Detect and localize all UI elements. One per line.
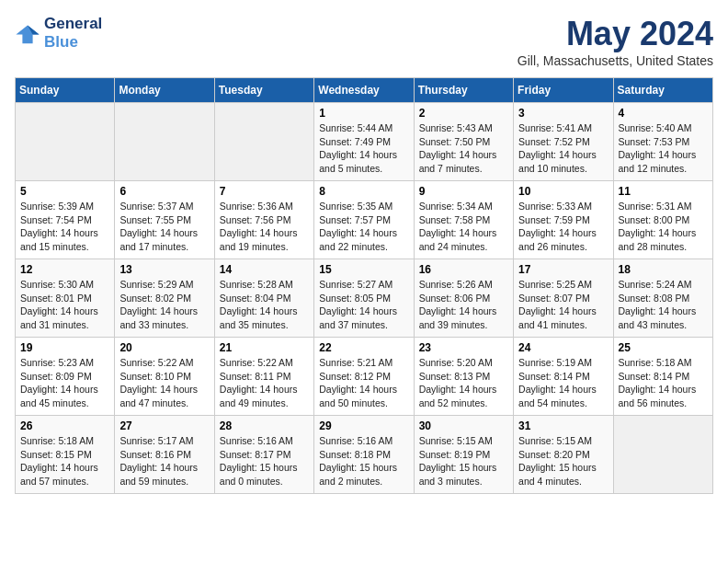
calendar-cell: 16Sunrise: 5:26 AM Sunset: 8:06 PM Dayli… xyxy=(414,259,513,338)
day-info: Sunrise: 5:16 AM Sunset: 8:17 PM Dayligh… xyxy=(220,434,309,488)
calendar-cell: 19Sunrise: 5:23 AM Sunset: 8:09 PM Dayli… xyxy=(16,338,115,416)
day-number: 5 xyxy=(20,185,109,198)
day-info: Sunrise: 5:44 AM Sunset: 7:49 PM Dayligh… xyxy=(319,121,408,176)
calendar-cell: 6Sunrise: 5:37 AM Sunset: 7:55 PM Daylig… xyxy=(115,181,214,259)
calendar-week-row: 12Sunrise: 5:30 AM Sunset: 8:01 PM Dayli… xyxy=(16,259,713,338)
logo-bird-icon xyxy=(15,20,40,46)
calendar-cell: 31Sunrise: 5:15 AM Sunset: 8:20 PM Dayli… xyxy=(514,416,613,494)
day-info: Sunrise: 5:29 AM Sunset: 8:02 PM Dayligh… xyxy=(119,278,209,332)
day-info: Sunrise: 5:25 AM Sunset: 8:07 PM Dayligh… xyxy=(518,278,608,332)
day-number: 31 xyxy=(518,419,608,432)
col-header-wednesday: Wednesday xyxy=(314,78,414,103)
calendar-cell xyxy=(214,103,313,181)
calendar-cell xyxy=(16,103,115,181)
logo-text: General Blue xyxy=(44,15,102,52)
calendar-cell: 11Sunrise: 5:31 AM Sunset: 8:00 PM Dayli… xyxy=(613,181,712,259)
day-number: 18 xyxy=(619,263,708,276)
calendar-cell: 17Sunrise: 5:25 AM Sunset: 8:07 PM Dayli… xyxy=(514,259,613,338)
col-header-sunday: Sunday xyxy=(16,78,115,103)
calendar-cell: 9Sunrise: 5:34 AM Sunset: 7:58 PM Daylig… xyxy=(414,181,513,259)
day-info: Sunrise: 5:16 AM Sunset: 8:18 PM Dayligh… xyxy=(319,434,408,488)
col-header-tuesday: Tuesday xyxy=(214,78,313,103)
calendar-cell: 21Sunrise: 5:22 AM Sunset: 8:11 PM Dayli… xyxy=(214,338,313,416)
calendar-week-row: 26Sunrise: 5:18 AM Sunset: 8:15 PM Dayli… xyxy=(16,416,713,494)
calendar-cell: 18Sunrise: 5:24 AM Sunset: 8:08 PM Dayli… xyxy=(613,259,712,338)
day-info: Sunrise: 5:18 AM Sunset: 8:14 PM Dayligh… xyxy=(619,356,708,410)
calendar-cell: 20Sunrise: 5:22 AM Sunset: 8:10 PM Dayli… xyxy=(115,338,214,416)
calendar-cell xyxy=(115,103,214,181)
calendar-header-row: SundayMondayTuesdayWednesdayThursdayFrid… xyxy=(16,78,713,103)
day-number: 7 xyxy=(220,185,309,198)
calendar-cell: 8Sunrise: 5:35 AM Sunset: 7:57 PM Daylig… xyxy=(314,181,414,259)
calendar-week-row: 1Sunrise: 5:44 AM Sunset: 7:49 PM Daylig… xyxy=(16,103,713,181)
logo: General Blue xyxy=(15,15,102,52)
calendar-cell: 7Sunrise: 5:36 AM Sunset: 7:56 PM Daylig… xyxy=(214,181,313,259)
calendar-cell: 5Sunrise: 5:39 AM Sunset: 7:54 PM Daylig… xyxy=(16,181,115,259)
calendar-cell: 22Sunrise: 5:21 AM Sunset: 8:12 PM Dayli… xyxy=(314,338,414,416)
day-info: Sunrise: 5:36 AM Sunset: 7:56 PM Dayligh… xyxy=(220,200,309,254)
day-info: Sunrise: 5:30 AM Sunset: 8:01 PM Dayligh… xyxy=(20,278,109,332)
calendar-week-row: 19Sunrise: 5:23 AM Sunset: 8:09 PM Dayli… xyxy=(16,338,713,416)
calendar-cell: 10Sunrise: 5:33 AM Sunset: 7:59 PM Dayli… xyxy=(514,181,613,259)
day-info: Sunrise: 5:28 AM Sunset: 8:04 PM Dayligh… xyxy=(220,278,309,332)
day-info: Sunrise: 5:20 AM Sunset: 8:13 PM Dayligh… xyxy=(419,356,508,410)
day-info: Sunrise: 5:31 AM Sunset: 8:00 PM Dayligh… xyxy=(619,200,708,254)
day-number: 8 xyxy=(319,185,408,198)
day-info: Sunrise: 5:43 AM Sunset: 7:50 PM Dayligh… xyxy=(419,121,508,176)
calendar-cell xyxy=(613,416,712,494)
day-number: 11 xyxy=(619,185,708,198)
calendar-cell: 26Sunrise: 5:18 AM Sunset: 8:15 PM Dayli… xyxy=(16,416,115,494)
day-number: 17 xyxy=(518,263,608,276)
day-number: 12 xyxy=(20,263,109,276)
calendar-cell: 29Sunrise: 5:16 AM Sunset: 8:18 PM Dayli… xyxy=(314,416,414,494)
day-info: Sunrise: 5:27 AM Sunset: 8:05 PM Dayligh… xyxy=(319,278,408,332)
calendar-title: May 2024 xyxy=(518,15,713,53)
calendar-cell: 12Sunrise: 5:30 AM Sunset: 8:01 PM Dayli… xyxy=(16,259,115,338)
day-number: 26 xyxy=(20,419,109,432)
day-number: 30 xyxy=(419,419,508,432)
day-number: 24 xyxy=(518,341,608,354)
day-number: 14 xyxy=(220,263,309,276)
calendar-cell: 2Sunrise: 5:43 AM Sunset: 7:50 PM Daylig… xyxy=(414,103,513,181)
day-info: Sunrise: 5:33 AM Sunset: 7:59 PM Dayligh… xyxy=(518,200,608,254)
col-header-friday: Friday xyxy=(514,78,613,103)
svg-marker-0 xyxy=(16,26,39,44)
calendar-cell: 1Sunrise: 5:44 AM Sunset: 7:49 PM Daylig… xyxy=(314,103,414,181)
day-info: Sunrise: 5:35 AM Sunset: 7:57 PM Dayligh… xyxy=(319,200,408,254)
col-header-thursday: Thursday xyxy=(414,78,513,103)
day-number: 10 xyxy=(518,185,608,198)
day-info: Sunrise: 5:41 AM Sunset: 7:52 PM Dayligh… xyxy=(518,121,608,176)
day-number: 3 xyxy=(518,107,608,120)
day-number: 23 xyxy=(419,341,508,354)
calendar-cell: 27Sunrise: 5:17 AM Sunset: 8:16 PM Dayli… xyxy=(115,416,214,494)
day-number: 22 xyxy=(319,341,408,354)
day-info: Sunrise: 5:26 AM Sunset: 8:06 PM Dayligh… xyxy=(419,278,508,332)
page-header: General Blue May 2024 Gill, Massachusett… xyxy=(15,15,713,68)
day-number: 1 xyxy=(319,107,408,120)
calendar-week-row: 5Sunrise: 5:39 AM Sunset: 7:54 PM Daylig… xyxy=(16,181,713,259)
day-info: Sunrise: 5:15 AM Sunset: 8:20 PM Dayligh… xyxy=(518,434,608,488)
day-info: Sunrise: 5:18 AM Sunset: 8:15 PM Dayligh… xyxy=(20,434,109,488)
day-info: Sunrise: 5:34 AM Sunset: 7:58 PM Dayligh… xyxy=(419,200,508,254)
title-block: May 2024 Gill, Massachusetts, United Sta… xyxy=(518,15,713,68)
calendar-cell: 14Sunrise: 5:28 AM Sunset: 8:04 PM Dayli… xyxy=(214,259,313,338)
calendar-cell: 23Sunrise: 5:20 AM Sunset: 8:13 PM Dayli… xyxy=(414,338,513,416)
col-header-monday: Monday xyxy=(115,78,214,103)
calendar-cell: 25Sunrise: 5:18 AM Sunset: 8:14 PM Dayli… xyxy=(613,338,712,416)
day-number: 20 xyxy=(119,341,209,354)
calendar-cell: 3Sunrise: 5:41 AM Sunset: 7:52 PM Daylig… xyxy=(514,103,613,181)
day-number: 25 xyxy=(619,341,708,354)
calendar-cell: 28Sunrise: 5:16 AM Sunset: 8:17 PM Dayli… xyxy=(214,416,313,494)
day-info: Sunrise: 5:39 AM Sunset: 7:54 PM Dayligh… xyxy=(20,200,109,254)
day-info: Sunrise: 5:15 AM Sunset: 8:19 PM Dayligh… xyxy=(419,434,508,488)
calendar-subtitle: Gill, Massachusetts, United States xyxy=(518,53,713,68)
day-info: Sunrise: 5:22 AM Sunset: 8:10 PM Dayligh… xyxy=(119,356,209,410)
day-info: Sunrise: 5:22 AM Sunset: 8:11 PM Dayligh… xyxy=(220,356,309,410)
day-info: Sunrise: 5:17 AM Sunset: 8:16 PM Dayligh… xyxy=(119,434,209,488)
day-number: 27 xyxy=(119,419,209,432)
day-info: Sunrise: 5:23 AM Sunset: 8:09 PM Dayligh… xyxy=(20,356,109,410)
calendar-table: SundayMondayTuesdayWednesdayThursdayFrid… xyxy=(15,77,713,494)
day-number: 13 xyxy=(119,263,209,276)
day-number: 6 xyxy=(119,185,209,198)
day-number: 28 xyxy=(220,419,309,432)
